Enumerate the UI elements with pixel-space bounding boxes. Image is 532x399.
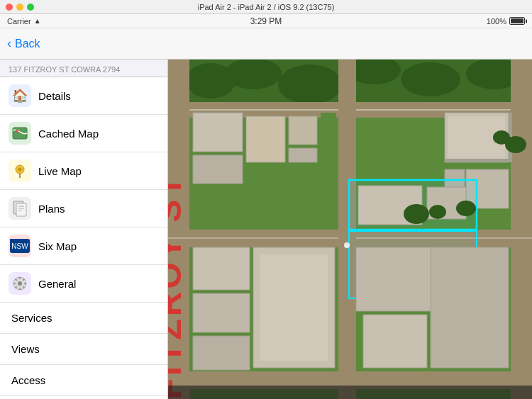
- plans-label: Plans: [38, 203, 65, 215]
- sidebar-item-details[interactable]: 🏠 Details: [0, 77, 167, 115]
- svg-rect-58: [431, 247, 509, 368]
- sidebar: 137 FITZROY ST COWRA 2794 🏠 Details Cach…: [0, 60, 168, 399]
- sidebar-item-services[interactable]: Services: [0, 303, 167, 334]
- sidebar-item-access[interactable]: Access: [0, 365, 167, 396]
- status-left: Carrier ▲: [7, 17, 41, 26]
- sidebar-item-zoning[interactable]: Zoning: [0, 396, 167, 399]
- status-right: 100%: [487, 17, 525, 26]
- svg-point-48: [404, 204, 429, 224]
- property-address: 137 FITZROY ST COWRA 2794: [0, 60, 167, 77]
- access-label: Access: [11, 374, 45, 386]
- svg-point-61: [344, 242, 350, 248]
- close-button[interactable]: [6, 4, 13, 11]
- svg-rect-43: [321, 113, 336, 226]
- sidebar-item-cached-map[interactable]: Cached Map: [0, 115, 167, 152]
- services-label: Services: [11, 312, 52, 324]
- chevron-left-icon: ‹: [7, 36, 11, 51]
- six-map-label: Six Map: [38, 240, 77, 252]
- svg-rect-42: [289, 148, 317, 162]
- status-bar: Carrier ▲ 3:29 PM 100%: [0, 14, 532, 28]
- svg-rect-53: [193, 336, 250, 370]
- svg-rect-38: [193, 113, 243, 152]
- time-label: 3:29 PM: [250, 16, 282, 26]
- wifi-icon: ▲: [34, 17, 41, 25]
- details-label: Details: [38, 90, 71, 102]
- svg-point-3: [18, 168, 22, 172]
- live-map-label: Live Map: [38, 165, 82, 177]
- cached-map-icon: [9, 122, 31, 145]
- svg-point-20: [401, 62, 460, 96]
- svg-rect-41: [289, 116, 317, 145]
- title-bar: iPad Air 2 - iPad Air 2 / iOS 9.2 (13C75…: [0, 0, 532, 14]
- svg-rect-5: [16, 203, 26, 216]
- details-icon: 🏠: [9, 84, 31, 107]
- svg-point-18: [278, 64, 342, 104]
- svg-point-17: [225, 60, 282, 89]
- nav-bar: ‹ Back: [0, 28, 532, 60]
- svg-point-50: [456, 201, 476, 216]
- svg-text:NSW: NSW: [11, 242, 28, 250]
- sidebar-item-six-map[interactable]: NSW Six Map: [0, 227, 167, 265]
- window-title: iPad Air 2 - iPad Air 2 / iOS 9.2 (13C75…: [198, 3, 335, 11]
- main-layout: 137 FITZROY ST COWRA 2794 🏠 Details Cach…: [0, 60, 532, 399]
- svg-rect-55: [260, 254, 328, 361]
- svg-rect-33: [445, 159, 509, 162]
- maximize-button[interactable]: [27, 4, 34, 11]
- svg-point-1: [16, 130, 18, 133]
- views-label: Views: [11, 343, 40, 355]
- svg-rect-40: [246, 116, 285, 162]
- svg-point-13: [18, 281, 22, 286]
- cached-map-label: Cached Map: [38, 128, 99, 140]
- svg-rect-52: [193, 293, 250, 332]
- svg-point-37: [493, 130, 510, 145]
- aerial-map: FITZROY ST: [168, 60, 532, 399]
- svg-rect-51: [193, 247, 250, 290]
- sidebar-item-plans[interactable]: Plans: [0, 190, 167, 227]
- svg-rect-60: [168, 386, 532, 399]
- minimize-button[interactable]: [16, 4, 23, 11]
- battery-icon: [509, 17, 525, 25]
- plans-icon: [9, 197, 31, 220]
- window-controls: [6, 4, 34, 11]
- svg-rect-25: [511, 60, 532, 399]
- general-icon: [9, 272, 31, 295]
- svg-rect-39: [193, 155, 243, 184]
- map-area[interactable]: FITZROY ST: [168, 60, 532, 399]
- back-label: Back: [15, 38, 40, 50]
- live-map-icon: [9, 159, 31, 182]
- battery-percentage: 100%: [487, 17, 506, 26]
- svg-text:FITZROY ST: FITZROY ST: [168, 173, 188, 399]
- carrier-label: Carrier: [7, 17, 31, 26]
- back-button[interactable]: ‹ Back: [7, 36, 40, 51]
- sidebar-item-live-map[interactable]: Live Map: [0, 152, 167, 190]
- svg-point-49: [429, 205, 446, 219]
- sidebar-item-general[interactable]: General: [0, 265, 167, 303]
- svg-rect-57: [363, 315, 427, 368]
- general-label: General: [38, 278, 76, 290]
- six-map-icon: NSW: [9, 235, 31, 257]
- sidebar-item-views[interactable]: Views: [0, 334, 167, 365]
